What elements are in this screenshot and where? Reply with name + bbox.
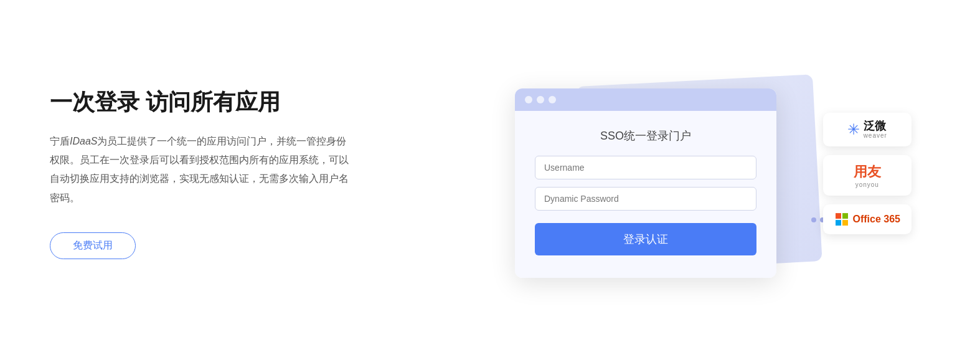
password-input[interactable] (535, 187, 756, 211)
office365-logo: Office 365 (834, 212, 900, 227)
dot-1 (811, 217, 816, 222)
yonyou-app-card: 用友 yonyou (823, 155, 912, 196)
office365-app-card: Office 365 (823, 204, 912, 234)
svg-rect-2 (836, 220, 841, 226)
description-text: 宁盾IDaaS为员工提供了一个统一的应用访问门户，并统一管控身份权限。员工在一次… (50, 132, 349, 208)
weaver-text: 泛微 weaver (864, 120, 887, 140)
office365-icon (834, 212, 849, 227)
svg-rect-0 (836, 213, 841, 219)
browser-window: SSO统一登录门户 登录认证 (515, 88, 776, 278)
yonyou-en-name: yonyou (855, 181, 879, 188)
sso-title: SSO统一登录门户 (535, 128, 756, 143)
svg-rect-1 (842, 213, 848, 219)
yonyou-logo: 用友 yonyou (854, 163, 881, 188)
weaver-cn-name: 泛微 (864, 120, 887, 133)
left-section: 一次登录 访问所有应用 宁盾IDaaS为员工提供了一个统一的应用访问门户，并统一… (50, 88, 374, 259)
svg-rect-3 (842, 220, 848, 226)
page-container: 一次登录 访问所有应用 宁盾IDaaS为员工提供了一个统一的应用访问门户，并统一… (0, 0, 980, 347)
right-section: ✳ 泛微 weaver 用友 yonyou (374, 25, 930, 322)
browser-content: SSO统一登录门户 登录认证 (515, 111, 776, 278)
description-brand: 宁盾IDaaS (50, 136, 97, 146)
login-button[interactable]: 登录认证 (535, 223, 756, 255)
main-title: 一次登录 访问所有应用 (50, 88, 349, 117)
weaver-snowflake-icon: ✳ (847, 121, 860, 138)
browser-dot-1 (525, 96, 532, 103)
app-cards-container: ✳ 泛微 weaver 用友 yonyou (823, 113, 912, 235)
weaver-app-card: ✳ 泛微 weaver (823, 113, 912, 147)
office365-label: Office 365 (853, 214, 900, 225)
browser-dot-3 (549, 96, 556, 103)
yonyou-cn-name: 用友 (854, 163, 881, 181)
username-input[interactable] (535, 156, 756, 179)
browser-dot-2 (537, 96, 544, 103)
browser-titlebar (515, 88, 776, 111)
trial-button[interactable]: 免费试用 (50, 232, 136, 259)
weaver-logo: ✳ 泛微 weaver (847, 120, 887, 140)
weaver-en-name: weaver (864, 132, 887, 139)
